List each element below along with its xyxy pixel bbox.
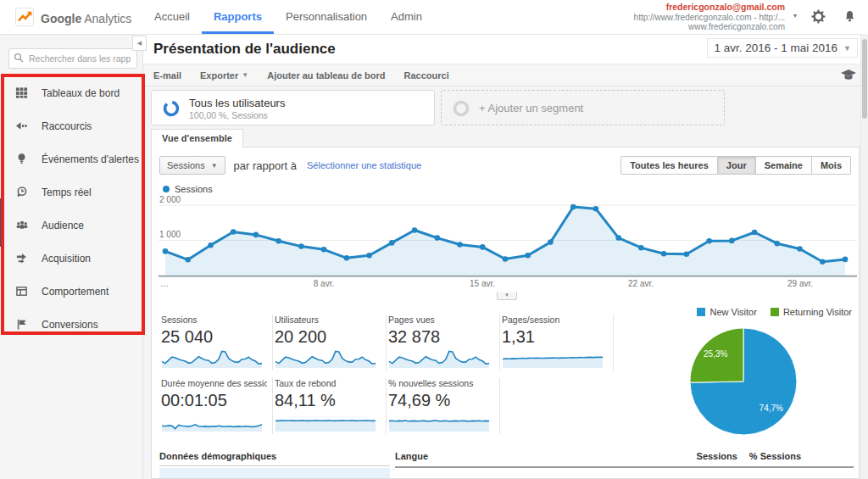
segment-name: Tous les utilisateurs [189,97,285,109]
scrollbar-thumb[interactable] [862,39,867,119]
scorecard-pages-session: Pages/session1,31 [500,315,614,370]
sidebar-item-acquisition[interactable]: Acquisition [0,242,142,275]
scorecard-sparkline [275,348,381,369]
nav-item-rapports[interactable]: Rapports [202,0,274,34]
legend-label: Returning Visitor [783,307,852,317]
demographics-header: Données démographiques [159,451,390,466]
legend-item-returning-visitor: Returning Visitor [771,307,852,317]
search-input[interactable] [27,53,132,64]
scorecard-duree-moyenne-des-sessions: Durée moyenne des sessions00:01:05 [159,378,273,434]
account-email: fredericgonzalo@gmail.com [634,3,785,13]
sidebar-item-evenements-d-alertes[interactable]: Événements d'alertes [0,142,142,175]
column-header-pct-sessions[interactable]: % Sessions [749,451,801,461]
header-nav: AccueilRapportsPersonnalisationAdmin [142,0,434,34]
sidebar: Tableaux de bordRaccourcisÉvénements d'a… [0,34,143,479]
notifications-bell-icon[interactable] [843,9,856,23]
scorecard-value: 20 200 [275,327,381,347]
column-header-sessions[interactable]: Sessions [697,451,737,461]
scorecard-sparkline [161,348,267,369]
scorecard-label: % nouvelles sessions [388,378,494,388]
toolbar-exporter-button[interactable]: Exporter▼ [200,70,248,81]
demographics-block: Données démographiques [159,451,390,478]
x-tick-label: 15 avr. [470,279,495,288]
active-section-indicator [0,198,4,247]
scorecard-row: Durée moyenne des sessions00:01:05Taux d… [159,378,614,434]
scorecard-label: Pages vues [388,315,494,325]
main-content: Présentation de l'audience 1 avr. 2016 -… [143,34,868,479]
segment-donut-gray-icon [452,99,470,118]
legend-item-new-visitor: New Visitor [697,307,756,317]
granularity-jour-button[interactable]: Jour [718,156,756,175]
scorecard-taux-de-rebond: Taux de rebond84,11 % [273,378,387,434]
page-title: Présentation de l'audience [153,41,336,58]
toolbar-e-mail-button[interactable]: E-mail [153,70,181,81]
svg-text:25,3%: 25,3% [704,349,727,359]
sidebar-item-audience[interactable]: Audience [0,209,142,242]
toolbar-label: Ajouter au tableau de bord [267,70,385,81]
granularity-mois-button[interactable]: Mois [812,156,851,175]
sidebar-collapse-button[interactable]: ◀ [132,36,147,51]
segment-all-users[interactable]: Tous les utilisateurs 100,00 %, Sessions [151,90,435,125]
scorecard-sparkline [388,412,494,432]
account-dropdown-caret-icon[interactable]: ▾ [793,12,797,19]
scorecard-label: Durée moyenne des sessions [161,378,267,388]
sidebar-item-label: Raccourcis [42,120,92,132]
select-statistic-link[interactable]: Sélectionner une statistique [307,160,421,170]
granularity-toutes-les-heures-button[interactable]: Toutes les heures [620,156,718,175]
behavior-icon [14,285,29,298]
nav-item-admin[interactable]: Admin [379,0,434,34]
scorecard-label: Pages/session [502,315,608,325]
google-analytics-app: GoogleAnalytics AccueilRapportsPersonnal… [0,0,868,479]
column-header-langue[interactable]: Langue [395,451,428,461]
tab-vue-densemble[interactable]: Vue d'ensemble [151,129,243,148]
legend-label: New Visitor [709,307,756,317]
x-tick-label: … [160,279,169,288]
sidebar-item-label: Temps réel [42,187,92,198]
realtime-icon [14,186,29,198]
settings-gear-icon[interactable] [811,9,826,24]
scorecard-sparkline [161,412,267,432]
toolbar-label: E-mail [153,70,181,81]
toolbar-ajouter-au-tableau-de-bord-button[interactable]: Ajouter au tableau de bord [267,70,385,81]
sessions-timeline-chart: 1 0002 000 [159,195,857,278]
sessions-legend-dot [163,186,170,192]
ga-logo-icon [15,8,34,30]
tutorial-cap-icon[interactable] [841,70,856,81]
sidebar-item-label: Comportement [42,286,108,298]
sidebar-item-tableaux-de-bord[interactable]: Tableaux de bord [0,76,142,109]
chart-collapse-handle[interactable]: ▼ [497,292,517,300]
report-toolbar: E-mailExporter▼Ajouter au tableau de bor… [143,64,868,86]
chevron-down-icon: ▼ [211,162,218,170]
metric-select-dropdown[interactable]: Sessions ▼ [159,156,225,175]
pie-legend: New VisitorReturning Visitor [697,307,852,317]
demographics-selected-row[interactable] [159,468,390,478]
scorecard-value: 00:01:05 [161,391,267,410]
granularity-semaine-button[interactable]: Semaine [756,156,812,175]
sidebar-item-raccourcis[interactable]: Raccourcis [0,109,142,142]
toolbar-raccourci-button[interactable]: Raccourci [404,70,449,81]
scorecard-value: 25 040 [161,327,267,347]
scorecard-nouvelles-sessions: % nouvelles sessions74,69 % [387,378,500,434]
svg-text:74,7%: 74,7% [760,404,783,413]
sidebar-item-temps-reel[interactable]: Temps réel [0,175,142,209]
x-tick-label: 22 avr. [628,279,654,288]
sidebar-item-comportement[interactable]: Comportement [0,275,142,308]
scorecard-label: Sessions [161,315,267,325]
account-info[interactable]: fredericgonzalo@gmail.com http://www.fre… [634,3,785,32]
sidebar-item-conversions[interactable]: Conversions [0,308,142,341]
vertical-scrollbar[interactable] [860,34,868,479]
scorecard-value: 32 878 [388,327,494,347]
date-range-selector[interactable]: 1 avr. 2016 - 1 mai 2016 ▼ [707,38,858,58]
metric-select-value: Sessions [167,160,205,170]
account-view: www.fredericgonzalo.com [634,22,785,32]
audience-icon [14,219,29,231]
scorecard-utilisateurs: Utilisateurs20 200 [273,315,387,370]
nav-item-accueil[interactable]: Accueil [142,0,202,34]
add-segment-button[interactable]: + Ajouter un segment [441,90,725,125]
nav-item-personnalisation[interactable]: Personnalisation [274,0,379,34]
top-header: GoogleAnalytics AccueilRapportsPersonnal… [0,0,868,35]
sidebar-item-label: Événements d'alertes [42,153,139,165]
google-analytics-logo[interactable]: GoogleAnalytics [15,8,131,30]
chevron-down-icon: ▼ [843,44,851,53]
alert-bulb-icon [14,153,29,165]
